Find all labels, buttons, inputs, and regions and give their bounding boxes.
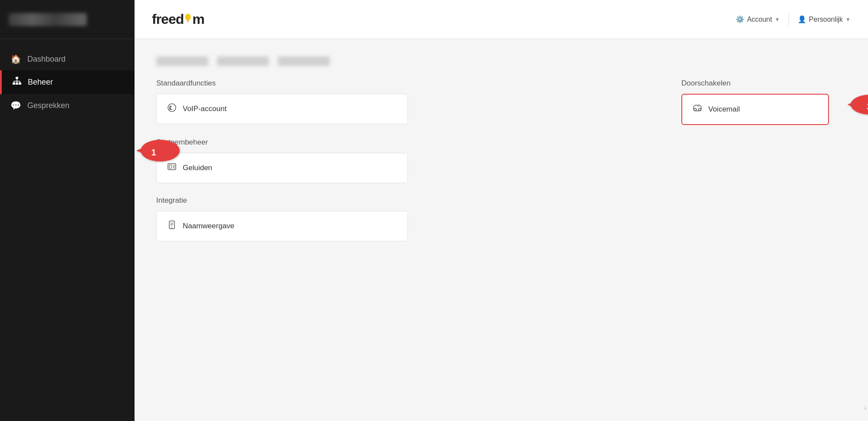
header-actions: ⚙️ Account ▼ 👤 Persoonlijk ▼ (736, 13, 851, 26)
naamweergave-icon (167, 220, 177, 232)
doorschakelen-section: Doorschakelen Voicemail (681, 79, 846, 125)
sidebar: 🏠 Dashboard Beheer (0, 0, 135, 421)
geluiden-icon (167, 162, 177, 174)
account-label: Account (747, 16, 772, 23)
breadcrumb (156, 56, 846, 66)
systeembeheer-title: Systeembeheer (156, 138, 846, 147)
svg-point-22 (851, 95, 868, 115)
beheer-icon (12, 76, 22, 88)
svg-point-18 (168, 104, 176, 112)
sidebar-logo (0, 0, 135, 39)
sidebar-nav: 🏠 Dashboard Beheer (0, 39, 135, 125)
breadcrumb-part-2 (217, 56, 269, 66)
chat-icon: 💬 (10, 100, 21, 111)
naamweergave-card[interactable]: Naamweergave (156, 211, 408, 241)
page-body: Standaardfuncties VoIP-account Doorschak… (135, 39, 868, 421)
logo-text-after: m (192, 11, 204, 27)
geluiden-card[interactable]: Geluiden (156, 153, 408, 183)
gear-icon: ⚙️ (736, 15, 744, 23)
sidebar-logo-image (9, 13, 87, 26)
main-content: freed m ⚙️ Account ▼ 👤 Persoonlijk ▼ (135, 0, 868, 421)
persoonlijk-label: Persoonlijk (809, 16, 843, 23)
voicemail-wrapper: Voicemail 2 (681, 94, 846, 125)
account-chevron-icon: ▼ (775, 16, 780, 23)
voicemail-icon (693, 103, 702, 115)
annotation-2: 2 (835, 92, 868, 119)
systeembeheer-section: Systeembeheer Geluiden (156, 138, 846, 183)
voip-icon (167, 103, 177, 115)
svg-rect-3 (19, 82, 21, 85)
svg-rect-16 (187, 22, 189, 22)
doorschakelen-title: Doorschakelen (681, 79, 846, 88)
svg-marker-23 (848, 99, 859, 110)
scroll-indicator: ↓ (863, 404, 868, 412)
sidebar-label-gesprekken: Gesprekken (27, 101, 69, 110)
svg-point-34 (171, 227, 172, 228)
persoonlijk-button[interactable]: 👤 Persoonlijk ▼ (798, 15, 851, 23)
voip-account-card[interactable]: VoIP-account (156, 94, 408, 124)
sidebar-label-beheer: Beheer (28, 78, 53, 87)
geluiden-label: Geluiden (183, 164, 212, 172)
svg-rect-1 (13, 82, 15, 85)
svg-rect-15 (187, 21, 189, 22)
breadcrumb-part-3 (278, 56, 330, 66)
voip-account-label: VoIP-account (183, 105, 227, 113)
svg-rect-0 (16, 77, 18, 79)
svg-rect-14 (187, 20, 189, 21)
svg-point-13 (185, 13, 191, 20)
persoonlijk-chevron-icon: ▼ (845, 16, 851, 23)
svg-rect-2 (16, 82, 18, 85)
svg-rect-26 (169, 165, 171, 168)
logo-text-before: freed (152, 11, 184, 27)
sidebar-label-dashboard: Dashboard (27, 55, 66, 64)
voicemail-card[interactable]: Voicemail (681, 94, 829, 125)
logo-bulb-icon (184, 13, 192, 24)
top-sections-area: Standaardfuncties VoIP-account Doorschak… (156, 79, 846, 125)
naamweergave-label: Naamweergave (183, 222, 234, 230)
integratie-title: Integratie (156, 196, 846, 205)
integratie-section: Integratie Naamweergave (156, 196, 846, 241)
breadcrumb-part-1 (156, 56, 208, 66)
standaardfuncties-section: Standaardfuncties VoIP-account (156, 79, 664, 125)
sidebar-item-beheer[interactable]: Beheer 1 (0, 70, 135, 94)
logo: freed m (152, 11, 204, 27)
home-icon: 🏠 (10, 54, 21, 64)
account-button[interactable]: ⚙️ Account ▼ (736, 15, 780, 23)
sidebar-item-gesprekken[interactable]: 💬 Gesprekken (0, 94, 135, 117)
header: freed m ⚙️ Account ▼ 👤 Persoonlijk ▼ (135, 0, 868, 39)
voicemail-label: Voicemail (708, 105, 740, 114)
header-separator (789, 13, 789, 26)
person-icon: 👤 (798, 15, 806, 23)
sidebar-item-dashboard[interactable]: 🏠 Dashboard (0, 48, 135, 70)
standaardfuncties-title: Standaardfuncties (156, 79, 664, 88)
